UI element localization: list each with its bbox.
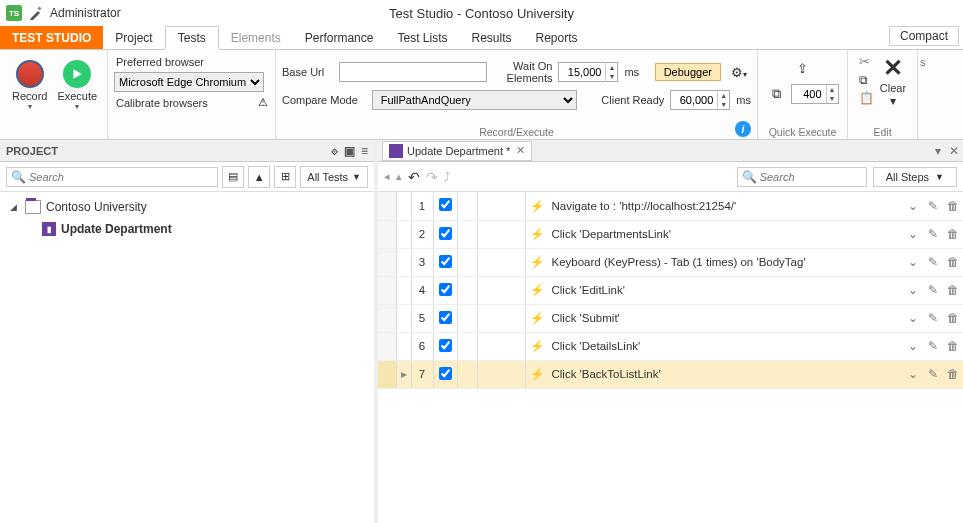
- more-icon[interactable]: s: [920, 56, 934, 68]
- project-search-input[interactable]: [29, 171, 213, 183]
- step-row[interactable]: 4⚡Click 'EditLink'⌄✎🗑: [378, 276, 963, 304]
- copy-icon[interactable]: ⧉: [767, 84, 787, 104]
- row-caret[interactable]: [396, 332, 411, 360]
- step-over-icon[interactable]: ⤴: [444, 170, 450, 184]
- cut-icon[interactable]: ✂: [859, 54, 874, 69]
- edit-step-icon[interactable]: ✎: [923, 248, 943, 276]
- delete-step-icon[interactable]: 🗑: [943, 332, 963, 360]
- close-panel-icon[interactable]: ✕: [949, 144, 959, 158]
- step-row[interactable]: ▸7⚡Click 'BackToListLink'⌄✎🗑: [378, 360, 963, 388]
- expand-icon[interactable]: ⌄: [903, 220, 923, 248]
- paste-icon[interactable]: 📋: [859, 91, 874, 105]
- expand-icon[interactable]: ⌄: [903, 360, 923, 388]
- step-checkbox[interactable]: [433, 192, 457, 220]
- delete-step-icon[interactable]: 🗑: [943, 360, 963, 388]
- row-grip[interactable]: [378, 248, 396, 276]
- edit-step-icon[interactable]: ✎: [923, 192, 943, 220]
- dropdown-arrow-icon[interactable]: ▾: [890, 94, 896, 108]
- dropdown-arrow-icon[interactable]: ▾: [75, 102, 79, 111]
- calibrate-browsers-button[interactable]: Calibrate browsers: [116, 97, 208, 109]
- tab-tests[interactable]: Tests: [165, 26, 219, 50]
- execute-button[interactable]: Execute ▾: [54, 54, 102, 137]
- delay-input[interactable]: [792, 85, 826, 103]
- edit-step-icon[interactable]: ✎: [923, 304, 943, 332]
- step-checkbox[interactable]: [433, 332, 457, 360]
- base-url-input[interactable]: [339, 62, 487, 82]
- edit-step-icon[interactable]: ✎: [923, 360, 943, 388]
- row-grip[interactable]: [378, 192, 396, 220]
- tab-menu-icon[interactable]: ▾: [935, 144, 941, 158]
- tree-project-row[interactable]: ◢ Contoso University: [6, 196, 368, 218]
- step-checkbox[interactable]: [433, 220, 457, 248]
- debugger-button[interactable]: Debugger: [655, 63, 721, 81]
- row-grip[interactable]: [378, 220, 396, 248]
- delay-spinner[interactable]: ▲▼: [791, 84, 839, 104]
- wait-value-input[interactable]: [559, 63, 605, 81]
- delete-step-icon[interactable]: 🗑: [943, 192, 963, 220]
- edit-step-icon[interactable]: ✎: [923, 220, 943, 248]
- delete-step-icon[interactable]: 🗑: [943, 304, 963, 332]
- row-grip[interactable]: [378, 276, 396, 304]
- expand-icon[interactable]: ⌄: [903, 332, 923, 360]
- compare-mode-select[interactable]: FullPathAndQuery: [372, 90, 577, 110]
- tab-test-studio[interactable]: TEST STUDIO: [0, 26, 103, 49]
- row-caret[interactable]: [396, 276, 411, 304]
- row-grip[interactable]: [378, 360, 396, 388]
- caret-down-icon[interactable]: ◢: [10, 202, 20, 212]
- all-tests-dropdown[interactable]: All Tests ▼: [300, 166, 368, 188]
- client-ready-input[interactable]: [671, 91, 717, 109]
- link-icon[interactable]: ⇪: [793, 58, 813, 78]
- step-checkbox[interactable]: [433, 248, 457, 276]
- wait-spinner[interactable]: ▲▼: [558, 62, 618, 82]
- step-checkbox[interactable]: [433, 304, 457, 332]
- spin-up-icon[interactable]: ▲: [717, 91, 729, 100]
- row-grip[interactable]: [378, 304, 396, 332]
- refresh-icon[interactable]: ⟐: [331, 144, 338, 158]
- tab-reports[interactable]: Reports: [523, 26, 589, 49]
- edit-step-icon[interactable]: ✎: [923, 276, 943, 304]
- delete-step-icon[interactable]: 🗑: [943, 220, 963, 248]
- step-row[interactable]: 6⚡Click 'DetailsLink'⌄✎🗑: [378, 332, 963, 360]
- undo-icon[interactable]: ↶: [408, 169, 420, 185]
- step-row[interactable]: 2⚡Click 'DepartmentsLink'⌄✎🗑: [378, 220, 963, 248]
- tab-performance[interactable]: Performance: [293, 26, 386, 49]
- dropdown-arrow-icon[interactable]: ▾: [28, 102, 32, 111]
- tree-test-row[interactable]: ▮ Update Department: [6, 218, 368, 240]
- view-tree-icon[interactable]: ▲: [248, 166, 270, 188]
- document-tab[interactable]: Update Department * ✕: [382, 141, 532, 161]
- edit-step-icon[interactable]: ✎: [923, 332, 943, 360]
- row-caret[interactable]: [396, 304, 411, 332]
- row-caret[interactable]: [396, 192, 411, 220]
- row-caret[interactable]: [396, 220, 411, 248]
- expand-icon[interactable]: ⌄: [903, 304, 923, 332]
- tab-elements[interactable]: Elements: [219, 26, 293, 49]
- spin-down-icon[interactable]: ▼: [826, 94, 838, 103]
- row-caret[interactable]: ▸: [396, 360, 411, 388]
- steps-search-input[interactable]: [760, 171, 862, 183]
- nav-back-icon[interactable]: ◂: [384, 170, 390, 183]
- tab-results[interactable]: Results: [459, 26, 523, 49]
- spin-up-icon[interactable]: ▲: [605, 63, 617, 72]
- spin-down-icon[interactable]: ▼: [717, 100, 729, 109]
- expand-icon[interactable]: ⌄: [903, 248, 923, 276]
- view-grid-icon[interactable]: ⊞: [274, 166, 296, 188]
- tab-project[interactable]: Project: [103, 26, 164, 49]
- row-grip[interactable]: [378, 332, 396, 360]
- nav-up-icon[interactable]: ▴: [396, 170, 402, 183]
- redo-icon[interactable]: ↷: [426, 169, 438, 185]
- step-row[interactable]: 3⚡Keyboard (KeyPress) - Tab (1 times) on…: [378, 248, 963, 276]
- expand-icon[interactable]: ⌄: [903, 276, 923, 304]
- row-caret[interactable]: [396, 248, 411, 276]
- compact-toggle[interactable]: Compact: [889, 26, 959, 46]
- delete-step-icon[interactable]: 🗑: [943, 248, 963, 276]
- record-button[interactable]: Record ▾: [6, 54, 54, 137]
- step-checkbox[interactable]: [433, 360, 457, 388]
- clear-button[interactable]: ✕ Clear ▾: [880, 54, 906, 108]
- client-ready-spinner[interactable]: ▲▼: [670, 90, 730, 110]
- close-tab-icon[interactable]: ✕: [516, 144, 525, 157]
- view-list-icon[interactable]: ▤: [222, 166, 244, 188]
- expand-icon[interactable]: ⌄: [903, 192, 923, 220]
- project-search[interactable]: 🔍: [6, 167, 218, 187]
- step-checkbox[interactable]: [433, 276, 457, 304]
- steps-search[interactable]: 🔍: [737, 167, 867, 187]
